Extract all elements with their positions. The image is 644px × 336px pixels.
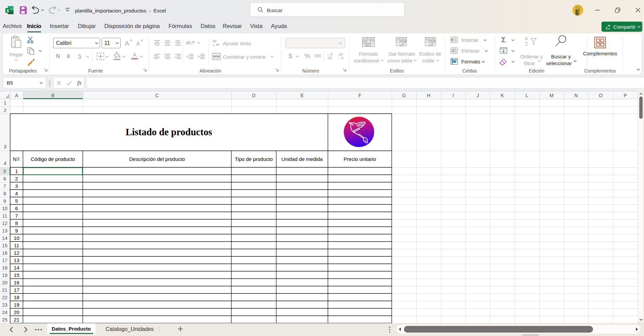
svg-text:14: 14: [14, 265, 20, 271]
svg-text:7: 7: [15, 213, 18, 219]
svg-text:F: F: [358, 93, 361, 98]
svg-text:14: 14: [2, 235, 7, 241]
svg-text:o: o: [18, 156, 20, 160]
svg-text:Unidad de medida: Unidad de medida: [282, 156, 323, 162]
svg-text:18: 18: [2, 265, 7, 271]
svg-text:I: I: [453, 93, 454, 98]
svg-text:c: c: [213, 43, 215, 47]
svg-text:A: A: [125, 40, 129, 47]
svg-text:11: 11: [14, 243, 19, 248]
svg-text:A: A: [133, 52, 137, 58]
svg-text:7: 7: [3, 184, 6, 189]
svg-text:22: 22: [2, 295, 7, 300]
svg-text:Código de producto: Código de producto: [31, 156, 75, 162]
svg-text:D: D: [252, 93, 255, 98]
svg-text:B: B: [51, 93, 55, 98]
svg-text:Descripción del producto: Descripción del producto: [129, 156, 185, 162]
svg-text:J: J: [476, 93, 479, 98]
svg-text:17: 17: [2, 258, 7, 263]
svg-text:5: 5: [3, 169, 6, 174]
svg-text:21: 21: [14, 317, 20, 323]
svg-text:8: 8: [15, 220, 18, 226]
svg-text:Z: Z: [525, 41, 528, 47]
svg-text:O: O: [599, 93, 602, 98]
svg-text:Tipo de producto: Tipo de producto: [235, 156, 273, 162]
svg-text:H: H: [427, 93, 430, 98]
svg-text:21: 21: [2, 287, 7, 293]
svg-text:12: 12: [14, 250, 20, 256]
svg-text:15: 15: [2, 243, 7, 248]
svg-text:3: 3: [4, 144, 6, 149]
svg-text:A: A: [136, 41, 140, 47]
svg-text:23: 23: [2, 302, 7, 308]
svg-text:9: 9: [3, 198, 6, 204]
svg-text:24: 24: [2, 310, 7, 315]
svg-text:13: 13: [2, 228, 7, 233]
svg-text:Listado de productos: Listado de productos: [126, 127, 212, 137]
svg-text:12: 12: [2, 221, 7, 226]
svg-text:ab: ab: [186, 40, 191, 45]
svg-text:3: 3: [15, 183, 18, 189]
svg-text:5: 5: [15, 198, 18, 204]
svg-text:10: 10: [2, 206, 7, 211]
svg-text:17: 17: [14, 287, 20, 293]
svg-text:9: 9: [15, 228, 18, 233]
svg-text:K: K: [501, 93, 504, 98]
svg-text:P: P: [624, 93, 627, 98]
svg-text:4: 4: [4, 161, 6, 166]
svg-text:18: 18: [14, 295, 20, 300]
svg-text:2: 2: [15, 176, 18, 181]
svg-text:20: 20: [2, 280, 7, 285]
svg-text:→0: →0: [337, 56, 343, 60]
svg-text:11: 11: [2, 213, 7, 219]
svg-text:G: G: [402, 93, 406, 98]
svg-text:20: 20: [14, 309, 20, 315]
svg-text:A: A: [525, 36, 528, 41]
svg-text:16: 16: [14, 280, 20, 285]
svg-text:19: 19: [2, 273, 7, 278]
svg-text:ab: ab: [212, 39, 216, 43]
svg-text:6: 6: [15, 205, 18, 211]
svg-text:19: 19: [14, 302, 20, 308]
svg-text:L: L: [525, 93, 528, 98]
svg-text:10: 10: [14, 235, 20, 241]
svg-text:M: M: [549, 93, 553, 98]
svg-text:6: 6: [3, 176, 6, 181]
svg-text:X: X: [6, 8, 9, 13]
svg-text:4: 4: [15, 191, 18, 196]
svg-text:1: 1: [15, 168, 18, 174]
svg-text:1: 1: [4, 100, 6, 106]
svg-text:15: 15: [14, 272, 20, 278]
svg-text:N: N: [574, 93, 578, 98]
svg-text:Precio unitario: Precio unitario: [344, 156, 376, 162]
svg-text:8: 8: [3, 191, 6, 196]
svg-text:A: A: [15, 93, 18, 98]
svg-text:C: C: [155, 93, 159, 98]
svg-text:E: E: [301, 93, 304, 98]
svg-text:13: 13: [14, 257, 20, 263]
svg-text:2: 2: [4, 108, 6, 113]
svg-text:25: 25: [2, 317, 7, 323]
svg-text:.00: .00: [327, 56, 332, 60]
svg-text:N: N: [13, 156, 17, 162]
svg-text:16: 16: [2, 250, 7, 256]
